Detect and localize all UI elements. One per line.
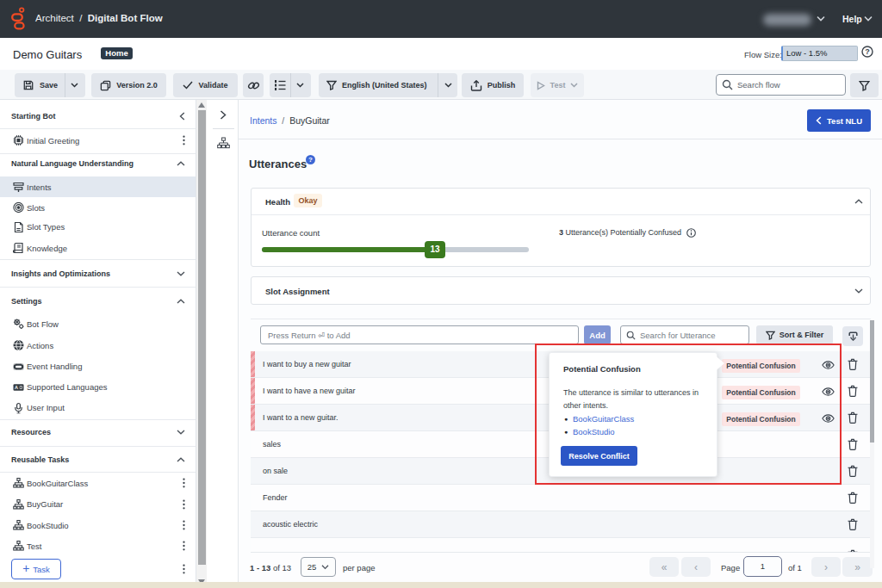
svg-text:?: ? bbox=[865, 47, 870, 56]
svg-text:A: A bbox=[15, 385, 18, 390]
